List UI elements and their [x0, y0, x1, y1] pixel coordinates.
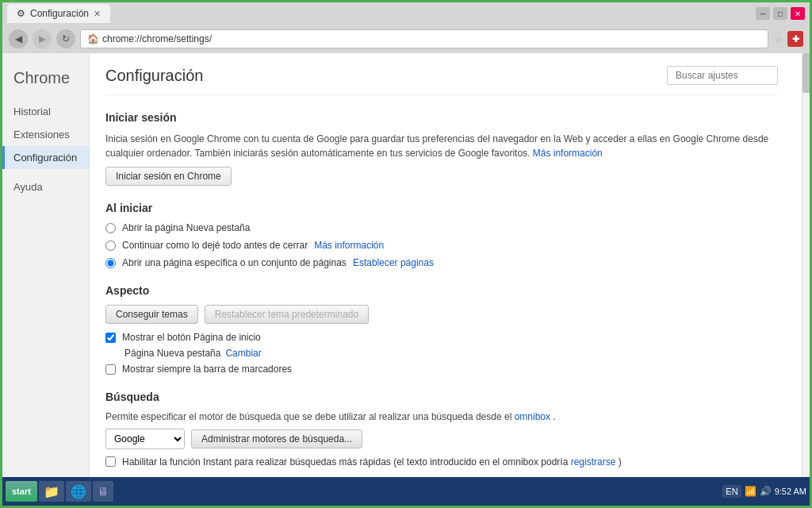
browser-tab[interactable]: ⚙ Configuración ✕: [7, 4, 110, 23]
appearance-section: Aspecto Conseguir temas Restablecer tema…: [105, 284, 778, 375]
sidebar-item-configuracion[interactable]: Configuración: [2, 146, 89, 169]
minimize-button[interactable]: ─: [756, 7, 770, 20]
sidebar: Chrome Historial Extensiones Configuraci…: [2, 53, 90, 477]
settings-header: Configuración: [105, 53, 778, 95]
url-input[interactable]: 🏠 chrome://chrome/settings/: [80, 29, 768, 48]
url-text: chrome://chrome/settings/: [102, 33, 212, 44]
home-page-change-link[interactable]: Cambiar: [225, 348, 261, 359]
startup-radio-new-tab[interactable]: [105, 223, 116, 233]
search-description: Permite especificar el motor de búsqueda…: [105, 411, 778, 422]
instant-search-item: Habilitar la función Instant para realiz…: [105, 456, 778, 469]
get-themes-button[interactable]: Conseguir temas: [105, 305, 198, 324]
scrollbar-thumb[interactable]: [802, 53, 810, 93]
show-home-button-item: Mostrar el botón Página de inicio: [105, 332, 778, 343]
close-button[interactable]: ✕: [791, 7, 805, 20]
address-bar-right: ★ ✚: [773, 31, 803, 47]
address-bar: ◀ ▶ ↻ 🏠 chrome://chrome/settings/ ★ ✚: [2, 25, 810, 53]
sidebar-logo: Chrome: [2, 63, 89, 100]
home-page-row: Página Nueva pestaña Cambiar: [105, 348, 778, 359]
system-clock: 9:52 AM: [775, 487, 806, 496]
signin-section-title: Iniciar sesión: [105, 111, 778, 124]
tab-title: Configuración: [30, 8, 89, 19]
scrollbar-track[interactable]: [802, 53, 810, 477]
instant-search-checkbox[interactable]: [105, 456, 116, 467]
startup-options: Abrir la página Nueva pestaña Continuar …: [105, 222, 778, 268]
startup-specific-link[interactable]: Establecer páginas: [353, 257, 434, 268]
page-title: Configuración: [105, 67, 203, 85]
search-input[interactable]: [667, 66, 778, 85]
window-controls: ─ □ ✕: [756, 7, 805, 20]
show-home-button-checkbox[interactable]: [105, 333, 116, 343]
signin-description: Inicia sesión en Google Chrome con tu cu…: [105, 132, 778, 160]
signin-button[interactable]: Iniciar sesión en Chrome: [105, 167, 232, 186]
maximize-button[interactable]: □: [773, 7, 787, 20]
sidebar-item-historial[interactable]: Historial: [2, 100, 89, 123]
tab-favicon: ⚙: [17, 8, 25, 19]
manage-engines-button[interactable]: Administrar motores de búsqueda...: [191, 429, 362, 448]
forward-button[interactable]: ▶: [33, 29, 52, 48]
startup-radio-specific[interactable]: [105, 258, 116, 268]
reload-button[interactable]: ↻: [56, 29, 75, 48]
search-engine-select[interactable]: Google: [105, 429, 185, 449]
volume-icon: 🔊: [760, 486, 772, 497]
omnibox-link[interactable]: omnibox: [515, 411, 550, 422]
settings-icon: 🖥: [98, 485, 109, 498]
signin-section: Iniciar sesión Inicia sesión en Google C…: [105, 111, 778, 186]
startup-section-title: Al iniciar: [105, 202, 778, 214]
explorer-icon: 📁: [44, 484, 59, 499]
back-button[interactable]: ◀: [9, 29, 28, 48]
extension-button[interactable]: ✚: [787, 31, 803, 47]
bookmark-star-icon[interactable]: ★: [773, 32, 784, 47]
show-bookmarks-checkbox[interactable]: [105, 364, 116, 375]
network-icon: 📶: [745, 486, 756, 497]
theme-buttons: Conseguir temas Restablecer tema predete…: [105, 305, 778, 324]
taskbar: start 📁 🌐 🖥 EN 📶 🔊 9:52 AM: [2, 477, 810, 506]
settings-area: Configuración Iniciar sesión Inicia sesi…: [90, 53, 802, 477]
startup-option-new-tab: Abrir la página Nueva pestaña: [105, 222, 778, 233]
startup-radio-continue[interactable]: [105, 241, 116, 251]
tab-close-button[interactable]: ✕: [94, 9, 101, 19]
chrome-icon: 🌐: [71, 484, 86, 499]
language-indicator: EN: [722, 485, 741, 498]
start-button[interactable]: start: [6, 481, 37, 502]
sidebar-item-extensiones[interactable]: Extensiones: [2, 123, 89, 146]
search-engine-row: Google Administrar motores de búsqueda..…: [105, 429, 778, 449]
search-section: Búsqueda Permite especificar el motor de…: [105, 391, 778, 469]
reset-theme-button[interactable]: Restablecer tema predeterminado: [205, 305, 369, 324]
startup-continue-link[interactable]: Más información: [314, 240, 384, 251]
startup-option-specific: Abrir una página específica o un conjunt…: [105, 257, 778, 268]
taskbar-right: EN 📶 🔊 9:52 AM: [722, 485, 806, 498]
sidebar-item-ayuda[interactable]: Ayuda: [2, 175, 89, 198]
signin-more-info-link[interactable]: Más información: [533, 148, 603, 159]
startup-option-continue: Continuar como lo dejé todo antes de cer…: [105, 240, 778, 251]
taskbar-settings[interactable]: 🖥: [93, 481, 113, 502]
taskbar-explorer[interactable]: 📁: [39, 481, 64, 502]
show-bookmarks-item: Mostrar siempre la barra de marcadores: [105, 364, 778, 375]
search-section-title: Búsqueda: [105, 391, 778, 403]
lock-icon: 🏠: [87, 33, 99, 44]
startup-section: Al iniciar Abrir la página Nueva pestaña…: [105, 202, 778, 268]
taskbar-chrome[interactable]: 🌐: [66, 481, 91, 502]
appearance-section-title: Aspecto: [105, 284, 778, 297]
register-link[interactable]: registrarse: [571, 456, 616, 468]
